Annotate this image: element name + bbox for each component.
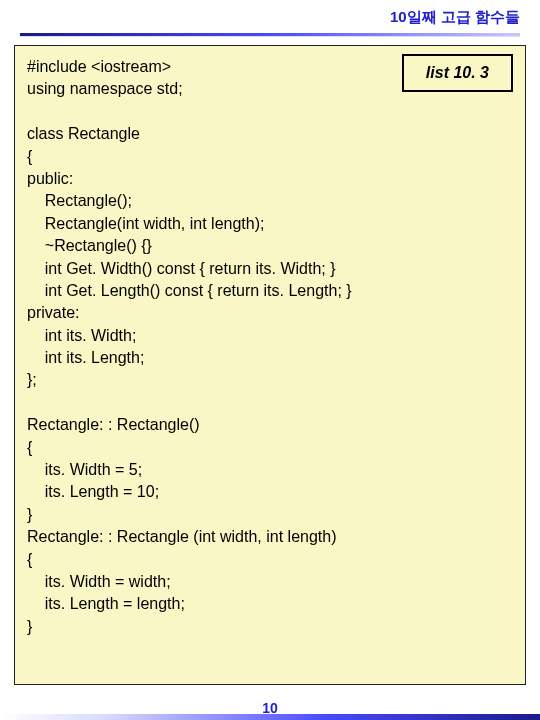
header-divider — [20, 33, 520, 37]
chapter-title: 10일째 고급 함수들 — [390, 8, 520, 25]
footer-gradient — [0, 714, 540, 720]
code-listing: #include <iostream> using namespace std;… — [27, 56, 513, 638]
code-panel: list 10. 3 #include <iostream> using nam… — [14, 45, 526, 685]
listing-label-box: list 10. 3 — [402, 54, 513, 92]
listing-label: list 10. 3 — [426, 64, 489, 81]
slide-header: 10일째 고급 함수들 — [0, 0, 540, 31]
